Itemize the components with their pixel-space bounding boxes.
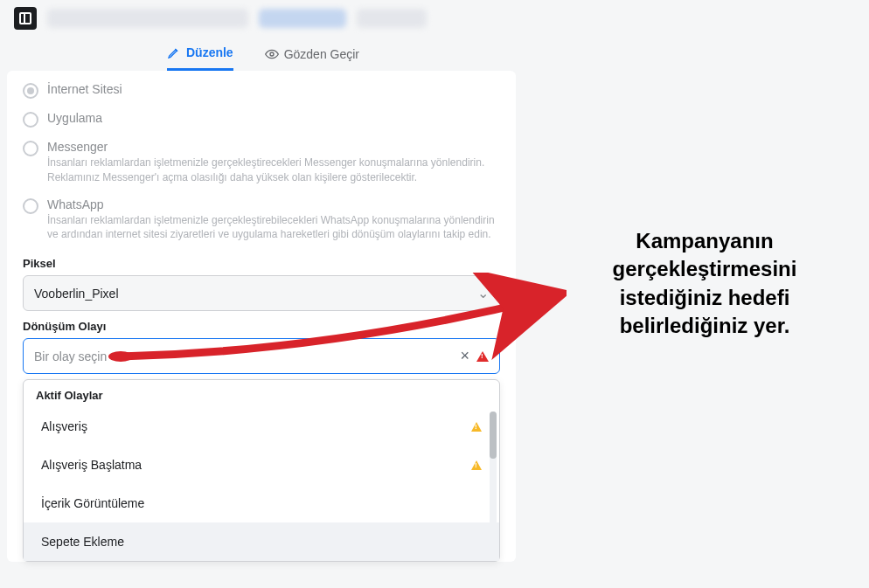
dropdown-item-label: Alışveriş Başlatma: [41, 458, 142, 472]
pencil-icon: [167, 45, 181, 59]
tab-edit[interactable]: Düzenle: [167, 45, 233, 71]
radio-messenger[interactable]: Messenger İnsanları reklamlardan işletme…: [23, 134, 500, 191]
radio-messenger-desc: İnsanları reklamlardan işletmenizle gerç…: [47, 156, 500, 185]
event-placeholder: Bir olay seçin: [34, 349, 107, 363]
radio-whatsapp-desc: İnsanları reklamlardan işletmenizle gerç…: [47, 213, 500, 243]
tab-edit-label: Düzenle: [186, 45, 233, 59]
dropdown-item-label: Alışveriş: [41, 419, 87, 433]
clear-icon[interactable]: ×: [460, 347, 469, 365]
dropdown-item[interactable]: Sepete Ekleme: [24, 522, 499, 561]
scrollbar-thumb[interactable]: [490, 412, 497, 459]
pixel-select[interactable]: Vooberlin_Pixel ⌄: [23, 275, 500, 311]
warning-icon: [471, 422, 482, 432]
dropdown-item-label: İçerik Görüntüleme: [41, 496, 144, 510]
radio-website[interactable]: İnternet Sitesi: [23, 76, 500, 105]
annotation-text: Kampanyanın gerçekleştirmesini istediğin…: [565, 227, 845, 341]
chevron-down-icon: ⌄: [477, 285, 489, 301]
tab-review[interactable]: Gözden Geçir: [265, 45, 359, 71]
blurred-chip: [357, 9, 427, 28]
radio-icon: [23, 141, 38, 156]
svg-point-0: [270, 52, 274, 56]
blurred-chip: [259, 9, 346, 28]
radio-website-label: İnternet Sitesi: [47, 82, 500, 96]
dropdown-header: Aktif Olaylar: [24, 380, 499, 407]
event-dropdown: Aktif Olaylar Alışveriş Alışveriş Başlat…: [23, 379, 500, 562]
radio-whatsapp[interactable]: WhatsApp İnsanları reklamlardan işletmen…: [23, 191, 500, 249]
warning-icon: [476, 351, 489, 362]
dropdown-item[interactable]: Alışveriş Başlatma: [24, 446, 499, 484]
warning-icon: [471, 460, 482, 470]
scrollbar[interactable]: [490, 412, 497, 556]
radio-icon: [23, 112, 38, 128]
radio-app-label: Uygulama: [47, 111, 500, 125]
event-label: Dönüşüm Olayı: [23, 320, 500, 333]
event-select[interactable]: Bir olay seçin ×: [23, 338, 500, 374]
dropdown-item[interactable]: İçerik Görüntüleme: [24, 484, 499, 522]
dropdown-scroll[interactable]: Alışveriş Alışveriş Başlatma İçerik Görü…: [24, 407, 499, 561]
radio-whatsapp-label: WhatsApp: [47, 197, 500, 211]
blurred-breadcrumb: [47, 9, 248, 28]
tab-review-label: Gözden Geçir: [284, 47, 359, 61]
tabs-bar: Düzenle Gözden Geçir: [0, 37, 526, 71]
sidebar-toggle-button[interactable]: [14, 7, 37, 30]
dropdown-item-label: Sepete Ekleme: [41, 535, 124, 549]
form-panel: İnternet Sitesi Uygulama Messenger İnsan…: [7, 71, 516, 562]
eye-icon: [265, 47, 279, 61]
pixel-value: Vooberlin_Pixel: [34, 287, 119, 301]
radio-icon: [23, 198, 38, 214]
radio-messenger-label: Messenger: [47, 140, 500, 154]
radio-app[interactable]: Uygulama: [23, 105, 500, 134]
dropdown-item[interactable]: Alışveriş: [24, 407, 499, 446]
pixel-label: Piksel: [23, 257, 500, 270]
top-bar: [0, 0, 869, 37]
radio-icon: [23, 83, 38, 99]
